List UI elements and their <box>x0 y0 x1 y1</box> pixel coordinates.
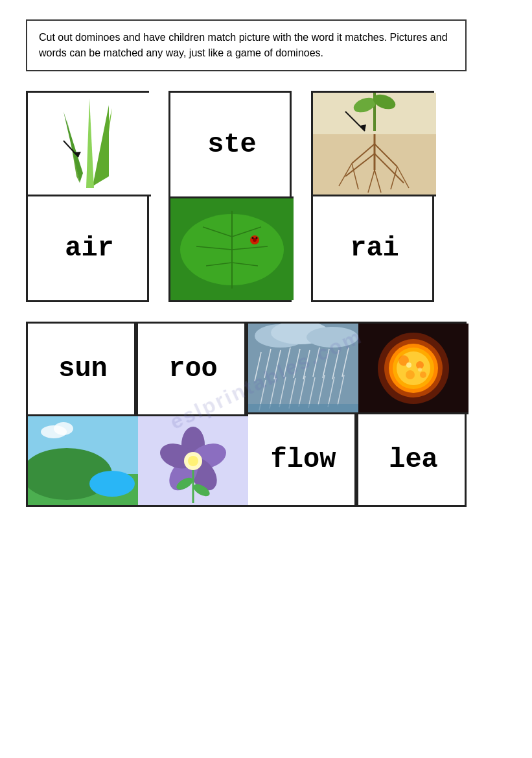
domino-roots-image <box>313 93 436 196</box>
domino-row-2: sun roo <box>26 322 506 507</box>
domino-roo: roo <box>136 322 246 507</box>
svg-point-52 <box>188 456 198 466</box>
instructions-box: Cut out dominoes and have children match… <box>26 19 467 71</box>
domino-rai-text: rai <box>313 196 436 300</box>
svg-point-89 <box>420 372 426 378</box>
domino-sun-image <box>358 324 468 414</box>
svg-point-91 <box>418 368 422 372</box>
domino-roots-rai: rai <box>311 91 434 302</box>
svg-point-19 <box>252 237 254 239</box>
domino-leaf-green-image <box>170 196 294 300</box>
domino-leaves-air: air <box>26 91 149 302</box>
domino-rain-flow: flow <box>246 322 356 507</box>
svg-point-42 <box>89 471 135 497</box>
domino-air-text: air <box>28 196 151 300</box>
svg-point-90 <box>406 362 411 368</box>
domino-lea-text: lea <box>358 414 468 505</box>
svg-point-20 <box>256 237 258 239</box>
domino-ste-leaf: ste <box>168 91 292 302</box>
domino-ste-text: ste <box>170 93 294 196</box>
domino-rain-image <box>248 324 358 414</box>
domino-flower-image <box>138 414 248 505</box>
domino-row-1: air ste <box>26 91 506 302</box>
svg-rect-79 <box>248 404 358 414</box>
domino-sun-text: sun <box>28 324 138 414</box>
domino-roo-text: roo <box>138 324 248 414</box>
domino-sun-lea: lea <box>356 322 467 507</box>
svg-point-44 <box>54 422 73 435</box>
svg-point-59 <box>306 327 358 348</box>
domino-landscape-image <box>28 414 138 505</box>
svg-point-88 <box>406 370 415 379</box>
domino-sun: sun <box>26 322 136 507</box>
domino-leaves-image <box>28 93 151 196</box>
domino-flow-text: flow <box>248 414 358 505</box>
instructions-text: Cut out dominoes and have children match… <box>39 32 448 58</box>
